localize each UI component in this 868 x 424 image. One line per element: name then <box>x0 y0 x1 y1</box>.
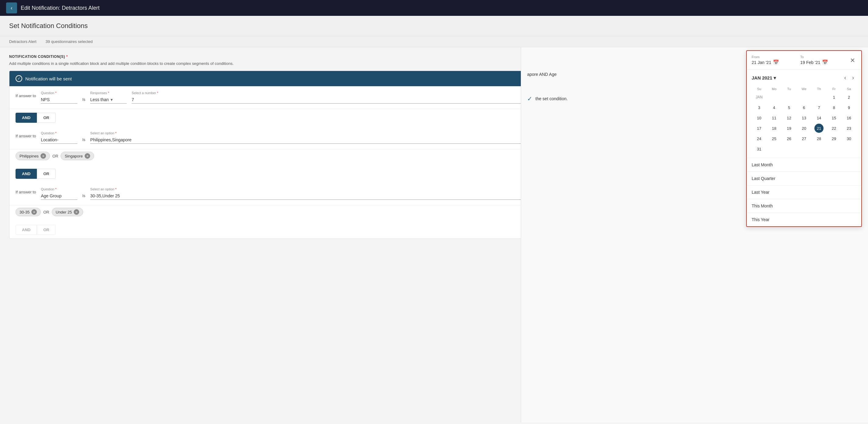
day-14[interactable]: 14 <box>814 113 824 122</box>
if-answer-to-label-2: If answer to <box>16 131 36 138</box>
to-value: 19 Feb '21 📅 <box>800 59 843 65</box>
weekday-headers: Su Mo Tu We Th Fr Sa <box>752 86 857 92</box>
day-18[interactable]: 18 <box>770 124 779 133</box>
calendar-container: JAN 2021 ▾ ‹ › Su Mo Tu We Th <box>747 70 861 158</box>
day-8[interactable]: 8 <box>829 103 838 112</box>
and-button-2[interactable]: AND <box>16 169 37 179</box>
is-label-1: Is <box>82 91 85 102</box>
weekday-we: We <box>797 86 811 92</box>
responses-select-1[interactable]: Less than ▾ <box>90 96 127 103</box>
weekday-fr: Fr <box>827 86 841 92</box>
question-value-2[interactable]: Location- <box>41 136 78 144</box>
day-13[interactable]: 13 <box>800 113 809 122</box>
day-20[interactable]: 20 <box>800 124 809 133</box>
or-button-2[interactable]: OR <box>37 169 56 179</box>
from-value: 21 Jan '21 📅 <box>752 59 794 65</box>
question-field-2: Question * Location- <box>41 131 78 144</box>
day-25[interactable]: 25 <box>770 134 779 143</box>
if-answer-to-label-1: If answer to <box>16 91 36 98</box>
question-field-3: Question * Age Group <box>41 187 78 200</box>
shortcut-this-month[interactable]: This Month <box>747 199 861 213</box>
day-26[interactable]: 26 <box>784 134 794 143</box>
calendar-row-4: 17 18 19 20 21 22 23 <box>752 123 857 133</box>
day-31[interactable]: 31 <box>755 144 764 153</box>
day-12[interactable]: 12 <box>784 113 794 122</box>
condition-summary-1: apore AND Age <box>527 72 557 77</box>
day-23[interactable]: 23 <box>844 124 854 133</box>
notification-name: Detractors Alert <box>9 39 36 44</box>
day-2[interactable]: 2 <box>844 93 854 102</box>
day-9[interactable]: 9 <box>844 103 854 112</box>
weekday-th: Th <box>812 86 827 92</box>
day-4[interactable]: 4 <box>770 103 779 112</box>
day-16[interactable]: 16 <box>844 113 854 122</box>
day-6[interactable]: 6 <box>800 103 809 112</box>
day-17[interactable]: 17 <box>755 124 764 133</box>
set-conditions-title: Set Notification Conditions <box>9 22 859 30</box>
day-5[interactable]: 5 <box>784 103 794 112</box>
day-27[interactable]: 27 <box>800 134 809 143</box>
from-label: From <box>752 55 794 59</box>
question-value-3[interactable]: Age Group <box>41 192 78 200</box>
day-empty-4 <box>814 93 824 102</box>
to-field: To 19 Feb '21 📅 <box>800 55 843 65</box>
to-label: To <box>800 55 843 59</box>
is-label-3: Is <box>82 187 85 198</box>
day-11[interactable]: 11 <box>770 113 779 122</box>
date-shortcuts: Last Month Last Quarter Last Year This M… <box>747 158 861 226</box>
day-empty-2 <box>784 93 794 102</box>
day-30[interactable]: 30 <box>844 134 854 143</box>
top-bar: ‹ Edit Notification: Detractors Alert <box>0 0 868 16</box>
day-29[interactable]: 29 <box>829 134 838 143</box>
to-calendar-icon[interactable]: 📅 <box>822 59 828 65</box>
or-button-3[interactable]: OR <box>37 225 56 235</box>
remove-tag-under25[interactable]: ✕ <box>74 209 79 215</box>
and-button-1[interactable]: AND <box>16 113 37 123</box>
next-month-button[interactable]: › <box>850 73 857 82</box>
from-calendar-icon[interactable]: 📅 <box>773 59 779 65</box>
shortcut-last-month[interactable]: Last Month <box>747 158 861 172</box>
calendar-row-2: 3 4 5 6 7 8 9 <box>752 102 857 113</box>
day-19[interactable]: 19 <box>784 124 794 133</box>
weekday-sa: Sa <box>841 86 857 92</box>
questionnaires-selected: 39 questionnaires selected <box>46 39 93 44</box>
day-24[interactable]: 24 <box>755 134 764 143</box>
calendar-row-5: 24 25 26 27 28 29 30 <box>752 133 857 144</box>
shortcut-last-quarter[interactable]: Last Quarter <box>747 172 861 185</box>
or-button-1[interactable]: OR <box>37 113 56 123</box>
day-28[interactable]: 28 <box>814 134 824 143</box>
calendar-row-header: JAN 1 2 <box>752 92 857 102</box>
day-22[interactable]: 22 <box>829 124 838 133</box>
day-15[interactable]: 15 <box>829 113 838 122</box>
page-header: Set Notification Conditions <box>0 16 868 36</box>
date-picker-popup: From 21 Jan '21 📅 To 19 Feb '21 📅 ✕ <box>746 50 862 227</box>
or-label-2: OR <box>52 154 59 158</box>
month-title[interactable]: JAN 2021 ▾ <box>752 75 776 81</box>
remove-tag-philippines[interactable]: ✕ <box>40 153 46 159</box>
notification-header-text: Notification will be sent <box>25 76 72 81</box>
from-field: From 21 Jan '21 📅 <box>752 55 794 65</box>
and-button-3[interactable]: AND <box>16 225 37 235</box>
question-value-1[interactable]: NPS <box>41 96 78 103</box>
day-21[interactable]: 21 <box>814 124 824 133</box>
weekday-su: Su <box>752 86 767 92</box>
tag-singapore: Singapore ✕ <box>61 152 94 160</box>
day-10[interactable]: 10 <box>755 113 764 122</box>
back-button[interactable]: ‹ <box>6 2 17 13</box>
calendar-row-3: 10 11 12 13 14 15 16 <box>752 113 857 123</box>
condition-summary-2: the set condition. <box>535 96 568 101</box>
calendar-grid: Su Mo Tu We Th Fr Sa JAN <box>752 86 857 154</box>
day-1[interactable]: 1 <box>829 93 838 102</box>
remove-tag-singapore[interactable]: ✕ <box>85 153 90 159</box>
day-3[interactable]: 3 <box>755 103 764 112</box>
shortcut-last-year[interactable]: Last Year <box>747 185 861 199</box>
close-button[interactable]: ✕ <box>849 55 857 65</box>
page-title: Edit Notification: Detractors Alert <box>21 5 100 11</box>
prev-month-button[interactable]: ‹ <box>842 73 848 82</box>
chevron-down-icon: ▾ <box>111 97 113 102</box>
day-7[interactable]: 7 <box>814 103 824 112</box>
shortcut-this-year[interactable]: This Year <box>747 213 861 226</box>
if-answer-to-label-3: If answer to <box>16 187 36 194</box>
day-empty-3 <box>800 93 809 102</box>
remove-tag-30-35[interactable]: ✕ <box>31 209 37 215</box>
